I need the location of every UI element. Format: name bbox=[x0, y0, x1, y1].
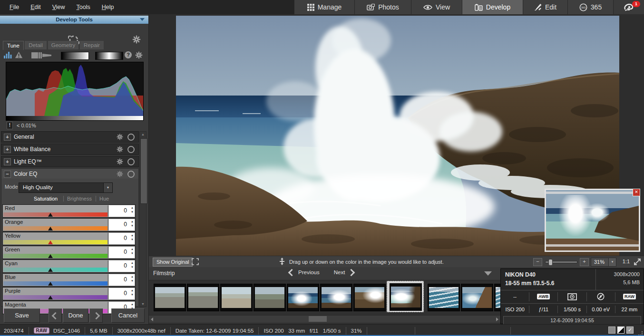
section-light-eq[interactable]: + Light EQ™ bbox=[1, 156, 139, 167]
expand-icon[interactable]: + bbox=[4, 134, 11, 141]
slider-cyan-track[interactable] bbox=[3, 268, 107, 272]
gear-icon[interactable] bbox=[117, 158, 123, 166]
slider-handle[interactable] bbox=[48, 268, 53, 272]
thumbnail-8[interactable] bbox=[390, 283, 422, 311]
reset-ring-icon[interactable] bbox=[127, 134, 135, 141]
tab-tune[interactable]: Tune bbox=[3, 41, 24, 50]
scroll-right-icon[interactable] bbox=[496, 317, 498, 321]
slider-red[interactable]: Red 0▲▼ bbox=[2, 204, 136, 218]
section-general[interactable]: + General bbox=[1, 131, 139, 143]
thumbnail-7[interactable] bbox=[353, 284, 386, 311]
spinner-arrows[interactable]: ▲▼ bbox=[131, 206, 134, 214]
develop-tools-header[interactable]: Develop Tools bbox=[0, 16, 148, 24]
cancel-button[interactable]: Cancel bbox=[111, 308, 145, 323]
slider-purple-value[interactable]: 0▲▼ bbox=[108, 288, 135, 299]
slider-yellow-track[interactable] bbox=[3, 240, 107, 244]
navigator-overlay[interactable]: ✕ bbox=[545, 189, 640, 252]
slider-handle[interactable] bbox=[48, 227, 53, 230]
reset-ring-icon[interactable] bbox=[127, 146, 135, 153]
tab-edit[interactable]: Edit bbox=[523, 0, 567, 14]
slider-blue-track[interactable] bbox=[3, 281, 107, 286]
scroll-left-icon[interactable] bbox=[151, 317, 153, 321]
menu-view[interactable]: View bbox=[48, 2, 70, 12]
slider-orange-value[interactable]: 0▲▼ bbox=[108, 219, 135, 230]
tab-view[interactable]: View bbox=[411, 0, 462, 14]
expand-icon[interactable]: + bbox=[4, 158, 11, 165]
slider-red-value[interactable]: 0▲▼ bbox=[108, 205, 135, 217]
tab-hue[interactable]: Hue bbox=[99, 195, 109, 202]
menu-file[interactable]: File bbox=[5, 2, 24, 12]
spinner-arrows[interactable]: ▲▼ bbox=[131, 233, 134, 241]
exposure-warning-icon[interactable]: ! bbox=[7, 122, 13, 129]
slider-cyan-value[interactable]: 0▲▼ bbox=[108, 260, 135, 272]
gear-icon[interactable] bbox=[117, 134, 123, 142]
slider-blue[interactable]: Blue 0▲▼ bbox=[2, 273, 136, 287]
spinner-arrows[interactable]: ▲▼ bbox=[131, 247, 134, 255]
zoom-slider[interactable] bbox=[545, 261, 577, 263]
thumbnail-5[interactable] bbox=[287, 284, 319, 311]
slider-cyan[interactable]: Cyan 0▲▼ bbox=[2, 259, 136, 273]
previous-chevron-icon[interactable] bbox=[288, 269, 296, 276]
warning-icon[interactable] bbox=[15, 51, 23, 60]
thumbnail-10[interactable] bbox=[461, 284, 493, 311]
tab-photos[interactable]: Photos bbox=[354, 0, 411, 14]
scroll-up-icon[interactable]: ▲ bbox=[140, 133, 146, 136]
slider-purple[interactable]: Purple 0▲▼ bbox=[2, 287, 136, 300]
show-original-button[interactable]: Show Original bbox=[153, 258, 193, 267]
slider-yellow-value[interactable]: 0▲▼ bbox=[108, 233, 135, 244]
blackpoint-gradient[interactable] bbox=[61, 52, 89, 60]
filmstrip-collapse-icon[interactable] bbox=[484, 271, 492, 276]
thumbnail-8-selected[interactable] bbox=[387, 281, 424, 312]
zoom-out-button[interactable]: − bbox=[533, 258, 542, 266]
reset-ring-icon[interactable] bbox=[127, 158, 135, 165]
thumbnail-9[interactable] bbox=[428, 284, 460, 311]
slider-orange[interactable]: Orange 0▲▼ bbox=[2, 218, 136, 231]
tab-repair[interactable]: Repair bbox=[80, 41, 104, 49]
next-button[interactable]: Next bbox=[334, 269, 345, 275]
slider-handle[interactable] bbox=[48, 213, 53, 217]
spinner-arrows[interactable]: ▲▼ bbox=[131, 261, 134, 269]
checkmark-icon[interactable]: ✓ bbox=[626, 326, 634, 334]
save-button[interactable]: Save bbox=[4, 308, 40, 323]
histogram[interactable] bbox=[6, 62, 144, 121]
histogram-icon[interactable] bbox=[4, 52, 12, 60]
tab-develop[interactable]: Develop bbox=[462, 0, 523, 14]
fit-image-icon[interactable] bbox=[634, 258, 641, 267]
next-image-button[interactable] bbox=[89, 308, 103, 323]
menu-help[interactable]: Help bbox=[97, 2, 119, 12]
help-icon[interactable]: ? bbox=[125, 51, 132, 58]
section-white-balance[interactable]: + White Balance bbox=[1, 144, 139, 155]
expand-icon[interactable]: + bbox=[4, 146, 11, 153]
chevron-down-icon[interactable]: ▼ bbox=[608, 258, 616, 266]
thumbnail-4[interactable] bbox=[254, 284, 286, 311]
image-canvas[interactable]: ✕ bbox=[149, 14, 644, 256]
slider-handle-active[interactable] bbox=[48, 240, 53, 244]
chevron-down-icon[interactable]: ▼ bbox=[103, 183, 112, 192]
spinner-arrows[interactable]: ▲▼ bbox=[131, 275, 134, 283]
previous-image-button[interactable] bbox=[49, 308, 62, 323]
tab-365[interactable]: 365 365 bbox=[567, 0, 613, 14]
thumbnail-3[interactable] bbox=[220, 284, 253, 311]
section-color-eq[interactable]: − Color EQ bbox=[1, 168, 139, 180]
mode-select[interactable]: High Quality ▼ bbox=[19, 182, 113, 193]
tab-detail[interactable]: Detail bbox=[25, 41, 47, 49]
tab-saturation[interactable]: Saturation bbox=[34, 195, 58, 202]
scrollbar-thumb[interactable] bbox=[309, 316, 327, 322]
zoom-in-button[interactable]: + bbox=[580, 258, 589, 266]
close-icon[interactable]: ✕ bbox=[633, 189, 640, 196]
slider-purple-track[interactable] bbox=[3, 295, 107, 299]
spinner-arrows[interactable]: ▲▼ bbox=[131, 288, 134, 297]
solid-view-icon[interactable] bbox=[608, 326, 615, 334]
notification-button[interactable]: 1 bbox=[613, 0, 644, 14]
spinner-arrows[interactable]: ▲▼ bbox=[131, 220, 134, 228]
slider-handle[interactable] bbox=[48, 296, 53, 299]
split-view-icon[interactable] bbox=[617, 326, 624, 334]
panel-scrollbar[interactable]: ▲ ▼ bbox=[139, 131, 146, 307]
tab-brightness[interactable]: Brightness bbox=[67, 195, 92, 202]
done-button[interactable]: Done bbox=[63, 308, 88, 323]
gear-icon[interactable] bbox=[135, 51, 143, 60]
next-chevron-icon[interactable] bbox=[348, 269, 355, 276]
tab-geometry[interactable]: Geometry bbox=[48, 41, 78, 49]
slider-green[interactable]: Green 0▲▼ bbox=[2, 246, 136, 259]
reset-ring-icon[interactable] bbox=[127, 171, 135, 178]
